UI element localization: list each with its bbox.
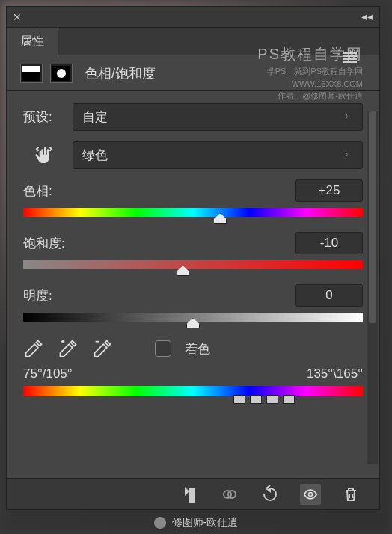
chevron-down-icon: 〉 — [344, 111, 353, 123]
eyedropper-subtract-icon[interactable] — [92, 338, 113, 359]
chevron-down-icon: 〉 — [344, 149, 353, 162]
visibility-icon[interactable] — [300, 484, 321, 505]
preset-select[interactable]: 自定 〉 — [73, 103, 363, 131]
hue-slider[interactable] — [23, 208, 363, 217]
colorize-label: 着色 — [185, 340, 210, 357]
panel-content: 预设: 自定 〉 绿色 〉 色相: +25 — [7, 91, 379, 478]
view-previous-icon[interactable] — [219, 484, 240, 505]
close-icon[interactable]: ✕ — [13, 11, 22, 23]
svg-point-2 — [309, 492, 313, 496]
reset-icon[interactable] — [260, 484, 281, 505]
channel-select[interactable]: 绿色 〉 — [73, 141, 363, 169]
preset-value: 自定 — [82, 108, 108, 126]
saturation-value[interactable]: -10 — [295, 232, 363, 254]
hsl-adjustment-icon[interactable] — [20, 64, 43, 83]
lightness-value[interactable]: 0 — [295, 284, 363, 307]
panel-titlebar: ✕ ◀◀ — [7, 7, 379, 28]
footer-credit: 修图师-欧仕逍 — [0, 516, 392, 530]
saturation-thumb[interactable] — [176, 266, 189, 276]
properties-panel: ✕ ◀◀ 属性 PS教程自学网 学PS，就到PS教程自学网 WWW.16XX8.… — [6, 6, 380, 510]
eyedropper-icon[interactable] — [23, 338, 44, 359]
scrollbar[interactable] — [367, 111, 378, 464]
color-range-slider[interactable] — [23, 386, 363, 396]
targeted-adjustment-icon[interactable] — [23, 143, 65, 168]
range-right: 135°\165° — [307, 366, 363, 381]
layer-mask-icon[interactable] — [50, 64, 73, 83]
eyedropper-add-icon[interactable] — [58, 338, 79, 359]
hue-value[interactable]: +25 — [295, 179, 363, 202]
preset-label: 预设: — [23, 108, 65, 126]
lightness-thumb[interactable] — [186, 318, 200, 328]
scrollbar-thumb[interactable] — [369, 111, 376, 323]
tab-properties[interactable]: 属性 — [7, 28, 58, 55]
collapse-icon[interactable]: ◀◀ — [361, 13, 373, 21]
hue-thumb[interactable] — [213, 213, 227, 224]
adjustment-title: 色相/饱和度 — [85, 64, 156, 82]
saturation-slider[interactable] — [23, 260, 363, 269]
clip-to-layer-icon[interactable] — [179, 484, 200, 505]
channel-value: 绿色 — [82, 147, 108, 164]
colorize-checkbox[interactable] — [155, 340, 171, 357]
hue-label: 色相: — [23, 182, 52, 200]
trash-icon[interactable] — [340, 484, 361, 505]
range-markers[interactable] — [233, 395, 295, 404]
weibo-icon — [154, 517, 166, 529]
panel-bottombar — [7, 478, 379, 509]
panel-menu-icon[interactable] — [339, 49, 361, 67]
lightness-slider[interactable] — [23, 313, 363, 322]
range-left: 75°/105° — [23, 366, 73, 381]
lightness-label: 明度: — [23, 287, 52, 304]
saturation-label: 饱和度: — [23, 235, 65, 252]
